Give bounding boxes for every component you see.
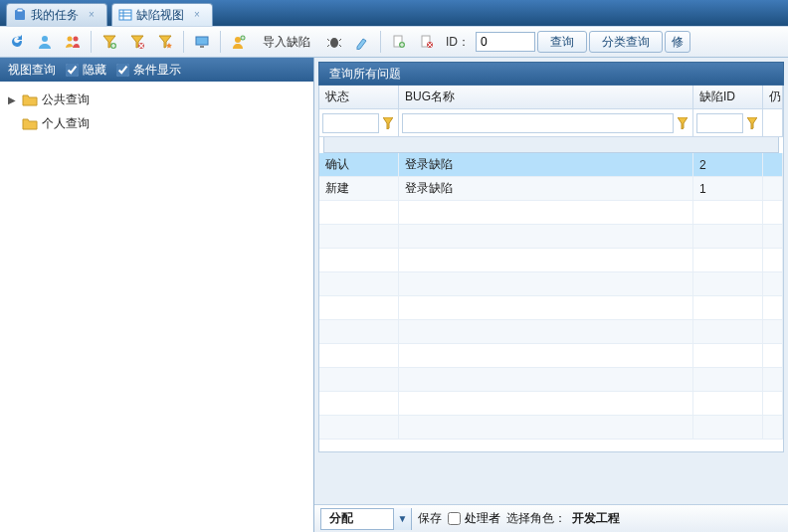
bug-button[interactable] [321, 30, 347, 54]
svg-line-18 [327, 45, 329, 47]
left-panel-title: 视图查询 [8, 62, 56, 79]
left-panel-header: 视图查询 隐藏 条件显示 [0, 58, 313, 82]
close-icon[interactable]: × [87, 10, 97, 20]
col-name-header[interactable]: BUG名称 [399, 86, 693, 108]
users-button[interactable] [60, 30, 86, 54]
tab-label: 缺陷视图 [136, 7, 184, 24]
table-row [319, 296, 783, 320]
page-remove-button[interactable] [414, 30, 440, 54]
cell-name: 登录缺陷 [399, 177, 693, 200]
folder-icon [22, 91, 38, 107]
refresh-button[interactable] [4, 30, 30, 54]
separator [91, 31, 92, 53]
role-label: 选择角色： [506, 510, 566, 527]
svg-point-13 [235, 37, 241, 43]
edit-button[interactable]: 修 [665, 31, 690, 53]
role-value[interactable]: 开发工程 [572, 510, 620, 527]
filter-id-input[interactable] [696, 113, 743, 133]
close-icon[interactable]: × [192, 10, 202, 20]
table-row [319, 320, 783, 344]
id-input[interactable] [476, 32, 535, 52]
table-row [319, 392, 783, 416]
svg-point-7 [68, 37, 73, 42]
svg-rect-12 [200, 46, 204, 48]
col-status-header[interactable]: 状态 [319, 86, 399, 108]
hide-checkbox-label[interactable]: 隐藏 [66, 62, 106, 79]
funnel-icon[interactable] [745, 113, 759, 133]
cell-id: 2 [693, 153, 763, 176]
tab-label: 我的任务 [31, 7, 79, 24]
category-query-button[interactable]: 分类查询 [589, 31, 663, 53]
filter-add-button[interactable] [97, 30, 122, 54]
col-id-header[interactable]: 缺陷ID [693, 86, 763, 108]
tree-node-personal-query[interactable]: 个人查询 [4, 111, 309, 135]
save-button[interactable]: 保存 [418, 510, 442, 527]
hide-text: 隐藏 [83, 62, 106, 79]
table-row [319, 416, 783, 440]
tab-strip: 我的任务 × 缺陷视图 × [0, 0, 788, 26]
clipboard-icon [13, 8, 27, 22]
brush-button[interactable] [349, 30, 375, 54]
col-extra-header[interactable]: 仍 [763, 86, 783, 108]
svg-rect-1 [17, 9, 23, 12]
action-combo-value: 分配 [321, 510, 393, 527]
cell-status: 新建 [319, 177, 399, 200]
separator [220, 31, 221, 53]
filter-row [319, 109, 783, 137]
id-label: ID： [442, 34, 474, 51]
filter-name-input[interactable] [402, 113, 674, 133]
svg-line-19 [339, 45, 341, 47]
funnel-icon[interactable] [676, 113, 690, 133]
filter-status-input[interactable] [322, 113, 379, 133]
tree-node-public-query[interactable]: ▶ 公共查询 [4, 88, 309, 111]
hide-checkbox[interactable] [66, 64, 79, 77]
table-row[interactable]: 新建 登录缺陷 1 [319, 177, 783, 201]
grid-body[interactable]: 确认 登录缺陷 2 新建 登录缺陷 1 [319, 153, 783, 451]
grid-icon [118, 8, 132, 22]
cell-name: 登录缺陷 [399, 153, 693, 176]
svg-rect-11 [196, 37, 208, 45]
cell-id: 1 [693, 177, 763, 200]
svg-rect-2 [119, 10, 131, 20]
right-panel-title: 查询所有问题 [329, 66, 401, 83]
cell-extra [763, 153, 783, 176]
filter-star-button[interactable] [152, 30, 178, 54]
cond-checkbox-label[interactable]: 条件显示 [116, 62, 181, 79]
left-panel: 视图查询 隐藏 条件显示 ▶ 公共查询 个人查询 [0, 58, 314, 532]
main-area: 视图查询 隐藏 条件显示 ▶ 公共查询 个人查询 [0, 58, 788, 532]
grid: 状态 BUG名称 缺陷ID 仍 [318, 86, 784, 452]
user-button[interactable] [32, 30, 58, 54]
add-user-button[interactable] [226, 30, 252, 54]
filter-remove-button[interactable] [124, 30, 150, 54]
toolbar: 导入缺陷 ID： 查询 分类查询 修 [0, 26, 788, 58]
grid-gap [323, 137, 779, 153]
monitor-button[interactable] [189, 30, 215, 54]
handler-checkbox-label[interactable]: 处理者 [448, 510, 500, 527]
import-label: 导入缺陷 [259, 34, 314, 51]
expand-icon[interactable]: ▶ [8, 94, 18, 105]
bottom-bar: 分配 ▼ 保存 处理者 选择角色： 开发工程 [314, 504, 788, 532]
import-button[interactable]: 导入缺陷 [254, 30, 319, 54]
table-row [319, 272, 783, 296]
svg-line-16 [327, 39, 329, 41]
cell-status: 确认 [319, 153, 399, 176]
table-row [319, 225, 783, 249]
chevron-down-icon[interactable]: ▼ [393, 508, 411, 530]
table-row[interactable]: 确认 登录缺陷 2 [319, 153, 783, 177]
tab-defect-view[interactable]: 缺陷视图 × [111, 3, 213, 26]
handler-checkbox[interactable] [448, 512, 461, 525]
svg-point-15 [330, 38, 338, 48]
page-add-button[interactable] [386, 30, 412, 54]
funnel-icon[interactable] [381, 113, 395, 133]
table-row [319, 368, 783, 392]
query-button[interactable]: 查询 [537, 31, 587, 53]
tree: ▶ 公共查询 个人查询 [0, 82, 313, 532]
handler-text: 处理者 [465, 510, 500, 527]
tab-my-tasks[interactable]: 我的任务 × [6, 3, 107, 26]
table-row [319, 249, 783, 272]
table-row [319, 344, 783, 368]
cond-checkbox[interactable] [116, 64, 129, 77]
cell-extra [763, 177, 783, 200]
cond-text: 条件显示 [133, 62, 181, 79]
action-combo[interactable]: 分配 ▼ [320, 508, 412, 530]
